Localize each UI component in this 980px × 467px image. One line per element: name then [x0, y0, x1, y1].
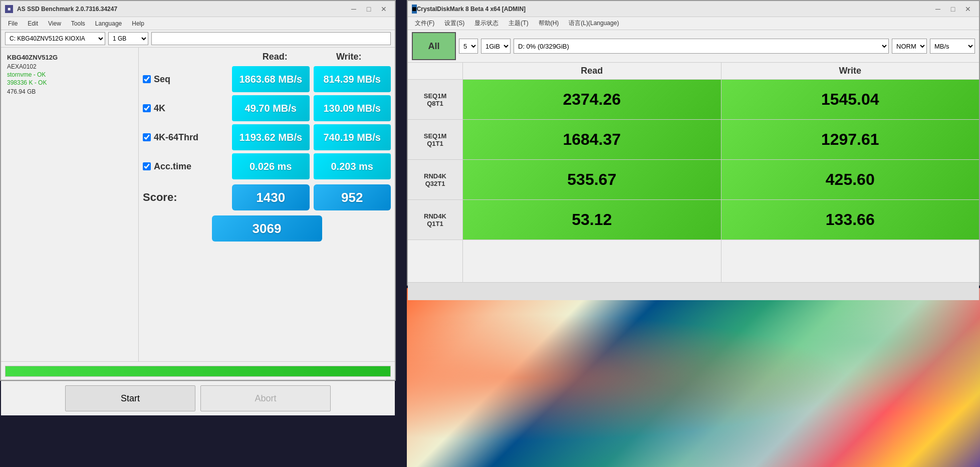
write-header: Write: [312, 52, 386, 62]
cdm-read-seq1m-q8t1: 2374.26 [463, 80, 721, 120]
cdm-label-rnd4k-q1t1: RND4K Q1T1 [408, 200, 462, 240]
cdm-menu-display[interactable]: 显示状态 [469, 18, 504, 29]
4k64-checkbox[interactable] [143, 133, 151, 141]
cdm-status-bar [408, 282, 979, 300]
cdm-write-rnd4k-q1t1: 133.66 [721, 200, 979, 240]
menu-language[interactable]: Language [90, 19, 127, 28]
as-ssd-main: KBG40ZNV512G AEXA0102 stornvme - OK 3983… [1, 48, 395, 361]
cdm-menubar: 文件(F) 设置(S) 显示状态 主题(T) 帮助(H) 语言(L)(Langu… [408, 17, 979, 30]
as-ssd-title: AS SSD Benchmark 2.0.7316.34247 [17, 6, 347, 13]
as-ssd-menubar: File Edit View Tools Language Help [1, 17, 395, 30]
cdm-read-rnd4k-q1t1: 53.12 [463, 200, 721, 240]
cdm-drive-select[interactable]: D: 0% (0/329GiB) [514, 39, 889, 54]
4k64-write-value: 740.19 MB/s [314, 124, 391, 150]
cdm-main: SEQ1M Q8T1 SEQ1M Q1T1 RND4K Q32T1 RND4K … [408, 63, 979, 282]
bench-row-acctime: Acc.time 0.026 ms 0.203 ms [143, 153, 391, 179]
score-write: 952 [314, 184, 391, 210]
cdm-write-seq1m-q1t1: 1297.61 [721, 120, 979, 160]
drive-name: KBG40ZNV512G [7, 54, 132, 61]
cdm-label-spacer [408, 63, 462, 80]
cdm-write-rnd4k-q32t1: 425.60 [721, 160, 979, 200]
as-ssd-window: ■ AS SSD Benchmark 2.0.7316.34247 ─ □ ✕ … [0, 0, 396, 381]
abort-button[interactable]: Abort [200, 385, 331, 411]
cdm-write-seq1m-q8t1: 1545.04 [721, 80, 979, 120]
bench-label-seq: Seq [143, 74, 228, 85]
cdm-label-seq1m-q8t1: SEQ1M Q8T1 [408, 80, 462, 120]
seq-checkbox[interactable] [143, 75, 151, 83]
cdm-read-seq1m-q1t1: 1684.37 [463, 120, 721, 160]
bench-label-spacer [148, 52, 238, 62]
menu-help[interactable]: Help [127, 19, 149, 28]
cdm-read-rnd4k-q32t1: 535.67 [463, 160, 721, 200]
start-button[interactable]: Start [65, 385, 195, 411]
score-total: 3069 [212, 215, 322, 242]
bench-row-4k: 4K 49.70 MB/s 130.09 MB/s [143, 95, 391, 121]
drive-model: AEXA0102 [7, 63, 132, 70]
cdm-menu-settings[interactable]: 设置(S) [439, 18, 469, 29]
cdm-mode-select[interactable]: NORM [892, 39, 927, 54]
cdm-label-rnd4k-q32t1: RND4K Q32T1 [408, 160, 462, 200]
read-header: Read: [238, 52, 312, 62]
cdm-row-labels: SEQ1M Q8T1 SEQ1M Q1T1 RND4K Q32T1 RND4K … [408, 63, 463, 282]
4k64-read-value: 1193.62 MB/s [232, 124, 310, 150]
cdm-menu-file[interactable]: 文件(F) [410, 18, 439, 29]
driver-status: stornvme - OK [7, 71, 132, 78]
cdm-all-button[interactable]: All [412, 32, 456, 60]
cdm-write-header: Write [721, 63, 979, 80]
cdm-read-header: Read [463, 63, 721, 80]
desktop-wallpaper [407, 288, 980, 467]
as-ssd-icon: ■ [5, 5, 13, 13]
menu-view[interactable]: View [43, 19, 66, 28]
4k-read-value: 49.70 MB/s [232, 95, 310, 121]
acctime-read-value: 0.026 ms [232, 153, 310, 179]
4k-checkbox[interactable] [143, 104, 151, 112]
test-input[interactable] [151, 32, 391, 45]
drive-capacity: 476.94 GB [7, 88, 132, 95]
cdm-minimize-button[interactable]: ─ [931, 4, 945, 15]
bench-label-4k: 4K [143, 103, 228, 114]
cdm-read-col: Read 2374.26 1684.37 535.67 53.12 [463, 63, 721, 282]
cdm-unit-select[interactable]: MB/s [930, 39, 975, 54]
as-ssd-minimize-button[interactable]: ─ [347, 4, 361, 15]
menu-file[interactable]: File [3, 19, 23, 28]
4k-write-value: 130.09 MB/s [314, 95, 391, 121]
size-select[interactable]: 1 GB [108, 32, 148, 45]
cdm-menu-language[interactable]: 语言(L)(Language) [564, 18, 624, 29]
cdm-size-select[interactable]: 1GiB [481, 39, 511, 54]
as-ssd-maximize-button[interactable]: □ [362, 4, 376, 15]
cdm-write-col: Write 1545.04 1297.61 425.60 133.66 [721, 63, 979, 282]
sector-status: 398336 K - OK [7, 79, 132, 86]
bench-row-seq: Seq 1863.68 MB/s 814.39 MB/s [143, 66, 391, 92]
progress-bar-fill [6, 366, 390, 376]
progress-area [1, 361, 395, 381]
seq-read-value: 1863.68 MB/s [232, 66, 310, 92]
cdm-maximize-button[interactable]: □ [946, 4, 960, 15]
score-section: Score: 1430 952 [143, 184, 391, 210]
bench-row-4k64: 4K-64Thrd 1193.62 MB/s 740.19 MB/s [143, 124, 391, 150]
score-total-row: 3069 [143, 212, 391, 242]
cdm-window: ■ CrystalDiskMark 8 Beta 4 x64 [ADMIN] ─… [407, 0, 980, 286]
seq-write-value: 814.39 MB/s [314, 66, 391, 92]
cdm-menu-help[interactable]: 帮助(H) [534, 18, 564, 29]
benchmark-results: Read: Write: Seq 1863.68 MB/s 814.39 MB/… [139, 48, 395, 361]
bench-label-4k64: 4K-64Thrd [143, 132, 228, 143]
as-ssd-close-button[interactable]: ✕ [377, 4, 391, 15]
cdm-label-seq1m-q1t1: SEQ1M Q1T1 [408, 120, 462, 160]
menu-tools[interactable]: Tools [66, 19, 90, 28]
cdm-win-controls: ─ □ ✕ [931, 4, 975, 15]
cdm-menu-theme[interactable]: 主题(T) [504, 18, 533, 29]
cdm-titlebar: ■ CrystalDiskMark 8 Beta 4 x64 [ADMIN] ─… [408, 1, 979, 17]
cdm-toolbar: All 5 1GiB D: 0% (0/329GiB) NORM MB/s [408, 30, 979, 63]
cdm-title: CrystalDiskMark 8 Beta 4 x64 [ADMIN] [417, 6, 931, 13]
drive-select[interactable]: C: KBG40ZNV512G KIOXIA [5, 32, 105, 45]
cdm-count-select[interactable]: 5 [459, 39, 478, 54]
score-read: 1430 [232, 184, 310, 210]
drive-info-panel: KBG40ZNV512G AEXA0102 stornvme - OK 3983… [1, 48, 139, 361]
score-label: Score: [143, 191, 228, 204]
bench-label-acctime: Acc.time [143, 161, 228, 172]
button-row: Start Abort [1, 381, 395, 415]
as-ssd-toolbar: C: KBG40ZNV512G KIOXIA 1 GB [1, 30, 395, 48]
acctime-checkbox[interactable] [143, 162, 151, 170]
menu-edit[interactable]: Edit [23, 19, 43, 28]
cdm-close-button[interactable]: ✕ [961, 4, 975, 15]
